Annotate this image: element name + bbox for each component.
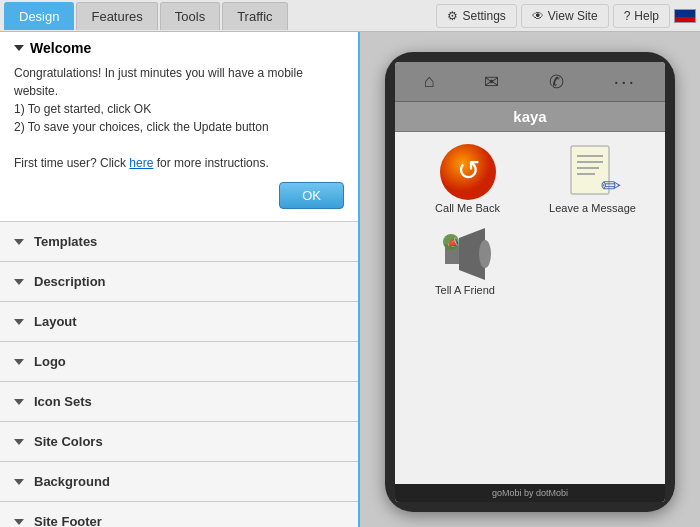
call-back-icon: ↺ — [438, 142, 498, 202]
chevron-right-icon — [14, 439, 24, 445]
email-icon[interactable]: ✉ — [484, 71, 499, 93]
help-label: Help — [634, 9, 659, 23]
chevron-right-icon — [14, 319, 24, 325]
welcome-line1: Congratulations! In just minutes you wil… — [14, 64, 344, 100]
sidebar-label-icon-sets: Icon Sets — [34, 394, 92, 409]
welcome-title: Welcome — [30, 40, 91, 56]
phone-screen: ⌂ ✉ ✆ ··· kaya — [395, 62, 665, 502]
welcome-header[interactable]: Welcome — [14, 40, 344, 56]
settings-button[interactable]: ⚙ Settings — [436, 4, 516, 28]
sidebar-items: Templates Description Layout Logo Icon S… — [0, 222, 358, 527]
view-site-label: View Site — [548, 9, 598, 23]
view-site-button[interactable]: 👁 View Site — [521, 4, 609, 28]
welcome-section: Welcome Congratulations! In just minutes… — [0, 32, 358, 222]
ok-button-wrap: OK — [14, 182, 344, 209]
tab-features[interactable]: Features — [76, 2, 157, 30]
more-icon[interactable]: ··· — [614, 70, 637, 93]
help-button[interactable]: ? Help — [613, 4, 670, 28]
call-back-label: Call Me Back — [435, 202, 500, 214]
top-bar: Design Features Tools Traffic ⚙ Settings… — [0, 0, 700, 32]
sidebar-label-logo: Logo — [34, 354, 66, 369]
leave-message-icon: ✏ — [563, 142, 623, 202]
svg-text:📣: 📣 — [447, 236, 460, 249]
sidebar-item-site-footer[interactable]: Site Footer — [0, 502, 358, 527]
sidebar-label-description: Description — [34, 274, 106, 289]
svg-point-10 — [479, 240, 491, 268]
tell-friend-icon: 📣 — [435, 224, 495, 284]
chevron-right-icon — [14, 519, 24, 525]
collapse-icon — [14, 45, 24, 51]
welcome-text: Congratulations! In just minutes you wil… — [14, 64, 344, 172]
sidebar-item-layout[interactable]: Layout — [0, 302, 358, 342]
tab-traffic[interactable]: Traffic — [222, 2, 287, 30]
phone-icons-row-2: 📣 Tell A Friend — [405, 224, 655, 296]
chevron-right-icon — [14, 399, 24, 405]
sidebar-item-templates[interactable]: Templates — [0, 222, 358, 262]
sidebar-label-background: Background — [34, 474, 110, 489]
sidebar-label-layout: Layout — [34, 314, 77, 329]
first-time-text: First time user? Click here for more ins… — [14, 154, 344, 172]
phone-icon-call-back[interactable]: ↺ Call Me Back — [418, 142, 518, 214]
sidebar-item-description[interactable]: Description — [0, 262, 358, 302]
left-panel: Welcome Congratulations! In just minutes… — [0, 32, 360, 527]
leave-message-label: Leave a Message — [549, 202, 636, 214]
gear-icon: ⚙ — [447, 9, 458, 23]
phone-icon-tell-friend[interactable]: 📣 Tell A Friend — [415, 224, 515, 296]
here-link[interactable]: here — [129, 156, 153, 170]
phone-topbar: ⌂ ✉ ✆ ··· — [395, 62, 665, 102]
main-layout: Welcome Congratulations! In just minutes… — [0, 32, 700, 527]
ok-button[interactable]: OK — [279, 182, 344, 209]
tell-friend-label: Tell A Friend — [435, 284, 495, 296]
sidebar-label-site-footer: Site Footer — [34, 514, 102, 527]
sidebar-item-site-colors[interactable]: Site Colors — [0, 422, 358, 462]
tab-design[interactable]: Design — [4, 2, 74, 30]
svg-text:✏: ✏ — [601, 172, 621, 199]
phone-icons-row-1: ↺ Call Me Back — [405, 142, 655, 214]
sidebar-item-background[interactable]: Background — [0, 462, 358, 502]
settings-label: Settings — [462, 9, 505, 23]
phone-footer: goMobi by dotMobi — [395, 484, 665, 502]
chevron-right-icon — [14, 279, 24, 285]
chevron-right-icon — [14, 239, 24, 245]
svg-text:↺: ↺ — [456, 155, 479, 186]
question-icon: ? — [624, 9, 631, 23]
sidebar-label-templates: Templates — [34, 234, 97, 249]
flag-icon[interactable] — [674, 9, 696, 23]
phone-mockup: ⌂ ✉ ✆ ··· kaya — [385, 52, 675, 512]
welcome-step2: 2) To save your choices, click the Updat… — [14, 118, 344, 136]
phone-icon[interactable]: ✆ — [549, 71, 564, 93]
phone-content: ↺ Call Me Back — [395, 132, 665, 484]
sidebar-item-logo[interactable]: Logo — [0, 342, 358, 382]
chevron-right-icon — [14, 359, 24, 365]
sidebar-label-site-colors: Site Colors — [34, 434, 103, 449]
phone-title: kaya — [395, 102, 665, 132]
eye-icon: 👁 — [532, 9, 544, 23]
home-icon[interactable]: ⌂ — [424, 71, 435, 92]
phone-icon-leave-message[interactable]: ✏ Leave a Message — [543, 142, 643, 214]
welcome-step1: 1) To get started, click OK — [14, 100, 344, 118]
right-panel: ⌂ ✉ ✆ ··· kaya — [360, 32, 700, 527]
tab-tools[interactable]: Tools — [160, 2, 220, 30]
chevron-right-icon — [14, 479, 24, 485]
top-right-actions: ⚙ Settings 👁 View Site ? Help — [436, 4, 696, 28]
sidebar-item-icon-sets[interactable]: Icon Sets — [0, 382, 358, 422]
